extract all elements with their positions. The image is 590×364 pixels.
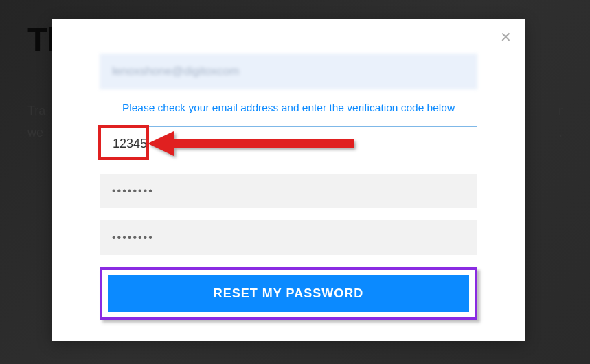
email-display: lenoxshone@digitoxcom <box>100 54 477 89</box>
purple-highlight-annotation: RESET MY PASSWORD <box>100 267 477 320</box>
confirm-password-input[interactable] <box>100 220 477 255</box>
close-icon[interactable]: ✕ <box>500 30 512 44</box>
verification-code-input[interactable] <box>100 126 477 161</box>
new-password-input[interactable] <box>100 174 477 208</box>
reset-password-button[interactable]: RESET MY PASSWORD <box>108 275 469 312</box>
verification-code-row <box>100 126 477 161</box>
instruction-text: Please check your email address and ente… <box>100 102 477 114</box>
reset-password-modal: ✕ lenoxshone@digitoxcom Please check you… <box>52 19 525 341</box>
